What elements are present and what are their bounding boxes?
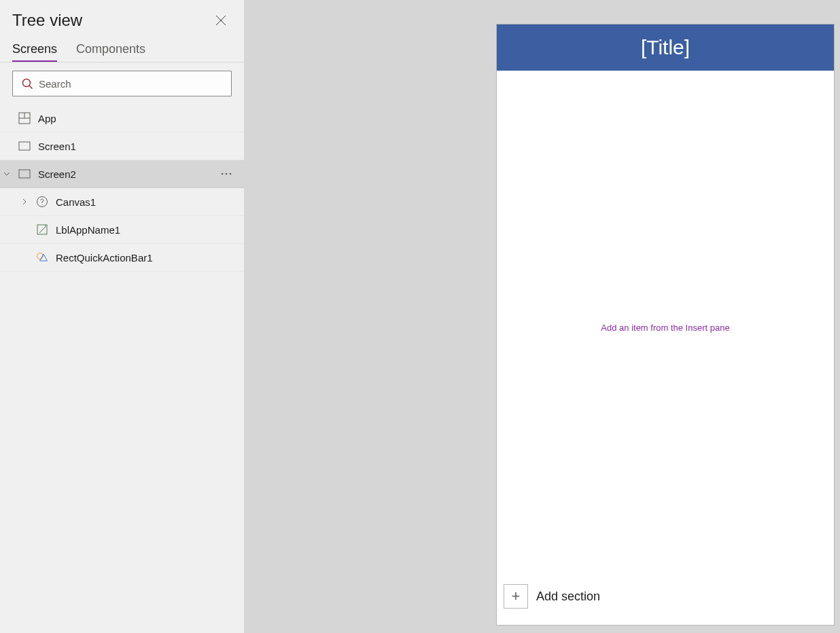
svg-point-13 xyxy=(41,204,42,205)
search-box[interactable] xyxy=(12,71,232,96)
tree-node-screen2[interactable]: Screen2 xyxy=(0,160,244,188)
tree-view-title: Tree view xyxy=(12,11,82,30)
tree-list: App Screen1 Screen2 xyxy=(0,105,244,633)
canvas-area: [Title] Add an item from the Insert pane… xyxy=(245,0,840,633)
tab-screens[interactable]: Screens xyxy=(12,42,57,62)
tree-node-label: RectQuickActionBar1 xyxy=(56,252,236,264)
help-circle-icon xyxy=(35,196,49,208)
svg-rect-7 xyxy=(19,142,30,150)
shape-icon xyxy=(35,251,49,264)
title-bar[interactable]: [Title] xyxy=(497,24,834,71)
screen-icon xyxy=(18,168,31,180)
add-section-button[interactable]: + xyxy=(504,584,528,609)
insert-placeholder-text: Add an item from the Insert pane xyxy=(601,323,729,333)
artboard-body[interactable]: Add an item from the Insert pane xyxy=(497,71,834,625)
search-input[interactable] xyxy=(39,78,223,90)
svg-point-2 xyxy=(23,79,31,87)
app-icon xyxy=(18,112,31,124)
artboard-screen2[interactable]: [Title] Add an item from the Insert pane… xyxy=(496,24,835,626)
svg-point-9 xyxy=(222,173,224,175)
tree-view-panel: Tree view Screens Components App Screen1 xyxy=(0,0,245,633)
tree-node-lblappname1[interactable]: LblAppName1 xyxy=(0,216,244,244)
search-icon xyxy=(21,77,33,90)
tree-node-app[interactable]: App xyxy=(0,105,244,132)
tree-node-rectquickactionbar1[interactable]: RectQuickActionBar1 xyxy=(0,244,244,272)
tree-node-label: Canvas1 xyxy=(56,196,236,208)
screen-icon xyxy=(18,140,31,152)
collapse-icon[interactable] xyxy=(3,170,18,178)
tree-node-label: LblAppName1 xyxy=(56,224,236,236)
svg-rect-8 xyxy=(19,170,30,178)
tab-components[interactable]: Components xyxy=(76,42,145,62)
add-section-label: Add section xyxy=(536,590,600,604)
svg-marker-16 xyxy=(40,254,48,261)
close-icon xyxy=(215,14,227,26)
svg-point-10 xyxy=(226,173,228,175)
tree-node-screen1[interactable]: Screen1 xyxy=(0,132,244,160)
title-text: [Title] xyxy=(641,36,690,59)
search-container xyxy=(0,62,244,105)
tree-view-tabs: Screens Components xyxy=(0,37,244,62)
expand-icon[interactable] xyxy=(20,198,35,206)
tree-node-label: Screen1 xyxy=(38,141,236,152)
plus-icon: + xyxy=(512,587,521,605)
tree-node-canvas1[interactable]: Canvas1 xyxy=(0,188,244,216)
tree-view-header: Tree view xyxy=(0,0,244,37)
svg-line-3 xyxy=(29,86,33,89)
add-section-bar[interactable]: + Add section xyxy=(504,584,600,609)
label-icon xyxy=(35,223,49,236)
close-panel-button[interactable] xyxy=(210,10,232,31)
tree-node-label: Screen2 xyxy=(38,168,217,180)
svg-point-11 xyxy=(230,173,232,175)
more-options-button[interactable] xyxy=(217,164,236,183)
tree-node-label: App xyxy=(38,113,236,124)
